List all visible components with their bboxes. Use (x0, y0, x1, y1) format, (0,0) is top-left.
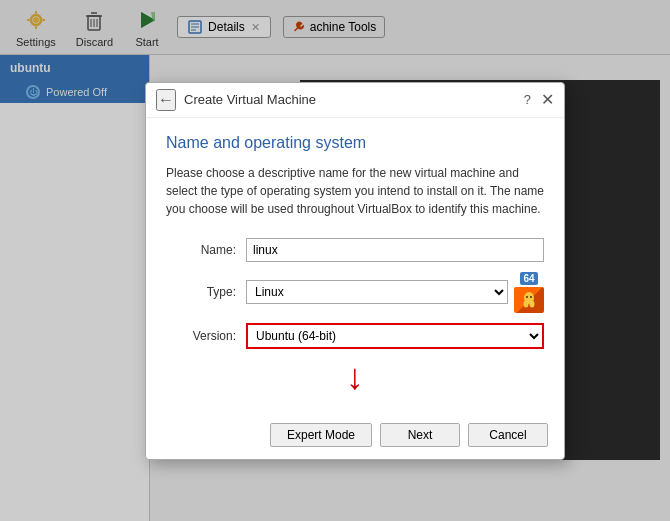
expert-mode-button[interactable]: Expert Mode (270, 423, 372, 447)
dialog-description: Please choose a descriptive name for the… (166, 164, 544, 218)
down-arrow-icon: ↓ (346, 359, 364, 395)
svg-point-17 (530, 300, 535, 307)
type-label: Type: (166, 285, 236, 299)
type-select[interactable]: Linux Windows macOS Other (246, 280, 508, 304)
name-form-row: Name: (166, 238, 544, 262)
dialog-header: ← Create Virtual Machine ? ✕ (146, 83, 564, 118)
create-vm-dialog: ← Create Virtual Machine ? ✕ Name and op… (145, 82, 565, 460)
version-label: Version: (166, 329, 236, 343)
version-form-row: Version: Ubuntu (64-bit) Ubuntu (32-bit)… (166, 323, 544, 349)
svg-point-16 (524, 300, 529, 307)
type-form-row: Type: Linux Windows macOS Other 64 (166, 272, 544, 313)
back-button[interactable]: ← (156, 89, 176, 111)
section-title: Name and operating system (166, 134, 544, 152)
svg-point-18 (526, 296, 528, 298)
os-image: 64 (514, 272, 544, 313)
name-input[interactable] (246, 238, 544, 262)
dialog-body: Name and operating system Please choose … (146, 118, 564, 415)
close-button[interactable]: ✕ (541, 92, 554, 108)
linux-icon (514, 287, 544, 313)
arrow-container: ↓ (166, 359, 544, 395)
next-button[interactable]: Next (380, 423, 460, 447)
64bit-badge: 64 (520, 272, 537, 285)
cancel-button[interactable]: Cancel (468, 423, 548, 447)
version-select[interactable]: Ubuntu (64-bit) Ubuntu (32-bit) Debian (… (246, 323, 544, 349)
dialog-footer: Expert Mode Next Cancel (146, 415, 564, 459)
dialog-overlay: ← Create Virtual Machine ? ✕ Name and op… (0, 0, 670, 521)
dialog-title: Create Virtual Machine (184, 92, 316, 107)
help-button[interactable]: ? (524, 92, 531, 107)
name-label: Name: (166, 243, 236, 257)
svg-point-19 (530, 296, 532, 298)
